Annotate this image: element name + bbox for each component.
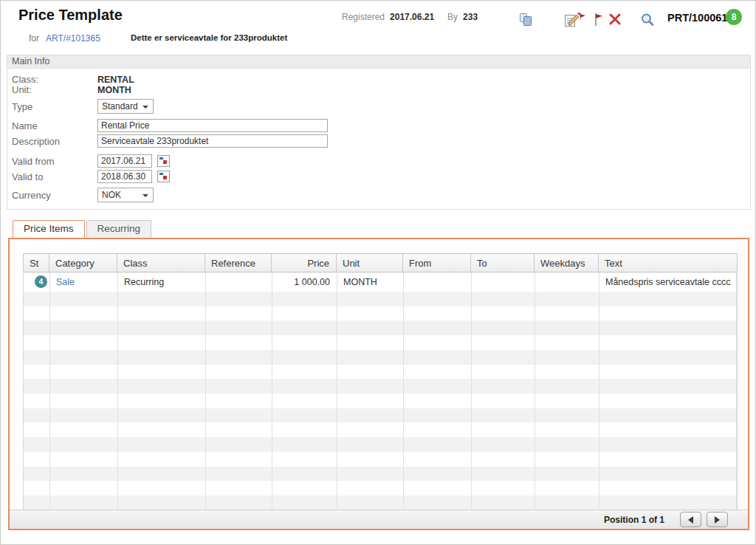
unit-label: Unit: xyxy=(12,84,97,95)
calendar-icon[interactable] xyxy=(157,155,170,167)
field-currency: Currency NOK xyxy=(12,188,154,202)
empty-cell xyxy=(24,496,50,510)
empty-cell xyxy=(118,321,206,335)
empty-cell xyxy=(272,481,337,496)
empty-cell xyxy=(50,496,118,510)
by-label: By xyxy=(447,12,458,22)
empty-cell xyxy=(472,496,535,510)
empty-cell xyxy=(404,292,472,306)
column-header-unit: Unit xyxy=(337,254,403,272)
prev-icon xyxy=(688,516,693,524)
empty-cell xyxy=(206,292,272,306)
calendar-icon[interactable] xyxy=(157,171,170,182)
empty-cell xyxy=(337,306,404,321)
empty-cell xyxy=(118,481,206,496)
table-row[interactable]: 4SaleRecurring1 000.00MONTHMånedspris se… xyxy=(24,272,737,292)
empty-cell xyxy=(472,481,535,496)
empty-cell xyxy=(118,422,206,437)
empty-table-row xyxy=(24,379,737,394)
empty-cell xyxy=(599,408,737,423)
next-page-button[interactable] xyxy=(707,512,728,527)
empty-cell xyxy=(535,467,599,481)
empty-cell xyxy=(24,292,50,306)
currency-selected-value: NOK xyxy=(102,190,121,200)
field-unit: Unit: MONTH xyxy=(12,84,131,95)
tab-bar: Price ItemsRecurring xyxy=(13,220,153,238)
delete-icon[interactable] xyxy=(608,13,622,29)
empty-cell xyxy=(337,422,404,437)
empty-table-row xyxy=(24,365,737,380)
empty-cell xyxy=(206,350,272,365)
empty-cell xyxy=(535,365,599,380)
empty-cell xyxy=(272,496,337,510)
empty-cell xyxy=(24,365,50,380)
column-header-category: Category xyxy=(49,254,117,272)
empty-cell xyxy=(404,452,472,467)
empty-cell xyxy=(272,394,337,408)
empty-cell xyxy=(206,437,272,452)
price-items-table: StCategoryClassReferencePriceUnitFromToW… xyxy=(23,253,738,510)
empty-cell xyxy=(599,379,737,394)
pager-position: Position 1 of 1 xyxy=(604,515,664,525)
prev-page-button[interactable] xyxy=(680,512,701,527)
empty-cell xyxy=(24,321,50,335)
edit-icon[interactable] xyxy=(564,13,586,30)
empty-cell xyxy=(50,437,118,452)
empty-cell xyxy=(337,452,404,467)
empty-cell xyxy=(599,306,737,321)
empty-cell xyxy=(206,408,272,423)
empty-cell xyxy=(535,306,599,321)
empty-cell xyxy=(472,379,535,394)
empty-cell xyxy=(535,422,599,437)
valid-from-input[interactable] xyxy=(97,154,152,168)
empty-cell xyxy=(535,335,599,350)
description-input[interactable] xyxy=(97,134,328,148)
column-header-class: Class xyxy=(117,254,205,272)
empty-cell xyxy=(206,422,272,437)
main-info-panel: Main Info Class: RENTAL Unit: MONTH Type… xyxy=(7,55,751,210)
empty-cell xyxy=(535,437,599,452)
empty-table-row xyxy=(24,306,737,321)
empty-cell xyxy=(272,452,337,467)
field-valid-from: Valid from xyxy=(12,154,170,168)
tab-price-items[interactable]: Price Items xyxy=(13,220,85,238)
empty-cell xyxy=(118,335,206,350)
empty-cell xyxy=(118,379,206,394)
empty-table-row xyxy=(24,335,737,350)
empty-cell xyxy=(206,394,272,408)
empty-cell xyxy=(206,306,272,321)
valid-to-input[interactable] xyxy=(97,170,152,183)
chevron-down-icon xyxy=(142,194,148,197)
copy-icon[interactable] xyxy=(518,13,534,30)
flag-icon[interactable] xyxy=(594,13,604,30)
empty-cell xyxy=(50,306,118,321)
name-input[interactable] xyxy=(97,119,328,132)
empty-cell xyxy=(599,394,737,408)
empty-cell xyxy=(206,335,272,350)
empty-cell xyxy=(118,292,206,306)
category-link[interactable]: Sale xyxy=(56,277,75,287)
empty-cell xyxy=(337,350,404,365)
empty-cell xyxy=(206,467,272,481)
empty-cell xyxy=(118,394,206,408)
empty-cell xyxy=(337,394,404,408)
empty-cell xyxy=(272,365,337,380)
empty-cell xyxy=(535,481,599,496)
type-select[interactable]: Standard xyxy=(97,99,154,114)
search-icon[interactable] xyxy=(640,13,655,30)
empty-cell xyxy=(337,481,404,496)
currency-label: Currency xyxy=(12,190,97,201)
empty-cell xyxy=(50,350,118,365)
unit-value: MONTH xyxy=(97,85,131,95)
currency-select[interactable]: NOK xyxy=(97,188,154,202)
empty-cell xyxy=(50,394,118,408)
tab-recurring[interactable]: Recurring xyxy=(86,220,152,238)
empty-cell xyxy=(599,350,737,365)
empty-cell xyxy=(272,422,337,437)
for-label: for xyxy=(29,33,39,44)
empty-cell xyxy=(599,496,737,510)
empty-cell xyxy=(272,335,337,350)
empty-cell xyxy=(50,335,118,350)
article-link[interactable]: ART/#101365 xyxy=(46,33,100,44)
empty-cell xyxy=(118,408,206,423)
